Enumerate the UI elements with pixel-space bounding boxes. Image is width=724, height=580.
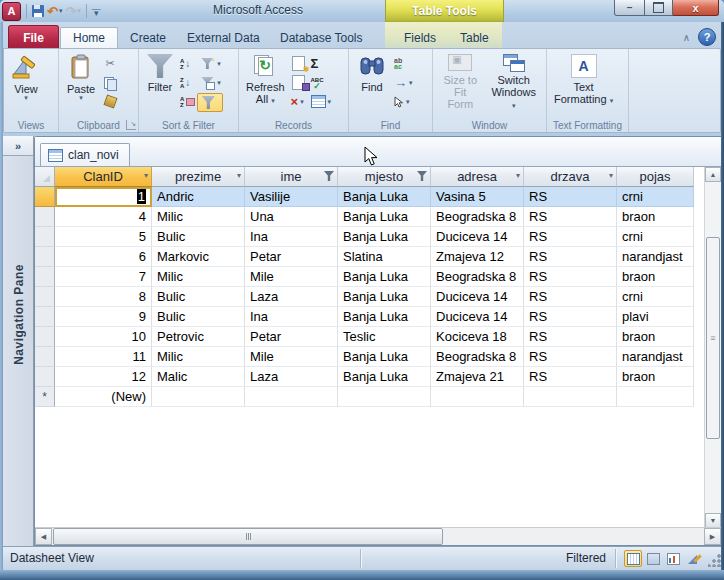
tab-fields[interactable]: Fields <box>392 27 448 48</box>
cell-drzava[interactable]: RS <box>524 347 617 367</box>
save-button[interactable] <box>32 3 44 19</box>
cell-drzava[interactable]: RS <box>524 187 617 207</box>
row-selector[interactable] <box>35 367 55 387</box>
cell-pojas[interactable]: crni <box>617 187 694 207</box>
refresh-all-button[interactable]: ↻ RefreshAll ▾ <box>242 51 289 113</box>
resize-grip[interactable] <box>708 554 721 567</box>
cell-ime[interactable]: Ina <box>245 307 338 327</box>
cell-mjesto[interactable]: Banja Luka <box>338 367 431 387</box>
tab-database-tools[interactable]: Database Tools <box>268 27 375 48</box>
cell-adresa[interactable]: Duciceva 14 <box>431 287 524 307</box>
cell-ime[interactable]: Laza <box>245 367 338 387</box>
pivottable-view-button[interactable] <box>644 550 662 567</box>
new-record-cell-ClanID[interactable]: (New) <box>55 387 152 407</box>
cell-adresa[interactable]: Zmajeva 21 <box>431 367 524 387</box>
new-record-button[interactable]: ✱ <box>289 55 309 72</box>
cell-ime[interactable]: Petar <box>245 327 338 347</box>
tab-external-data[interactable]: External Data <box>175 27 272 48</box>
cell-adresa[interactable]: Zmajeva 12 <box>431 247 524 267</box>
cell-drzava[interactable]: RS <box>524 307 617 327</box>
selection-filter-button[interactable]: ▾ <box>197 55 223 72</box>
cell-ime[interactable]: Vasilije <box>245 187 338 207</box>
cell-mjesto[interactable]: Teslic <box>338 327 431 347</box>
cell-adresa[interactable]: Kociceva 18 <box>431 327 524 347</box>
toggle-filter-button[interactable] <box>197 93 223 112</box>
text-formatting-button[interactable]: A TextFormatting ▾ <box>550 51 617 113</box>
totals-button[interactable]: Σ <box>309 55 334 72</box>
new-record-selector[interactable]: * <box>35 387 55 407</box>
cell-pojas[interactable]: braon <box>617 207 694 227</box>
remove-sort-button[interactable]: AZ <box>178 93 197 110</box>
close-button[interactable]: x <box>673 0 719 16</box>
view-button[interactable]: View▾ <box>7 51 45 113</box>
cell-pojas[interactable]: braon <box>617 267 694 287</box>
column-dropdown-icon[interactable]: ▾ <box>609 171 613 180</box>
row-selector[interactable] <box>35 187 55 207</box>
cell-pojas[interactable]: plavi <box>617 307 694 327</box>
cell-prezime[interactable]: Markovic <box>152 247 245 267</box>
cell-pojas[interactable]: narandjast <box>617 347 694 367</box>
row-selector[interactable] <box>35 327 55 347</box>
tab-table[interactable]: Table <box>448 27 501 48</box>
customize-qat-button[interactable]: —▾ <box>92 7 101 15</box>
undo-button[interactable]: ↶▾ <box>47 3 62 19</box>
row-selector[interactable] <box>35 307 55 327</box>
cell-drzava[interactable]: RS <box>524 247 617 267</box>
column-header-ime[interactable]: ime <box>245 167 338 187</box>
new-record-cell-pojas[interactable] <box>617 387 694 407</box>
tab-create[interactable]: Create <box>118 27 178 48</box>
row-selector[interactable] <box>35 227 55 247</box>
sort-ascending-button[interactable]: AZ↓ <box>178 55 197 72</box>
new-record-cell-drzava[interactable] <box>524 387 617 407</box>
cell-prezime[interactable]: Milic <box>152 347 245 367</box>
cell-ClanID[interactable]: 7 <box>55 267 152 287</box>
cell-mjesto[interactable]: Banja Luka <box>338 227 431 247</box>
cell-mjesto[interactable]: Banja Luka <box>338 207 431 227</box>
cell-prezime[interactable]: Bulic <box>152 287 245 307</box>
help-button[interactable]: ? <box>698 28 716 46</box>
cell-pojas[interactable]: narandjast <box>617 247 694 267</box>
cell-pojas[interactable]: crni <box>617 287 694 307</box>
cell-mjesto[interactable]: Banja Luka <box>338 287 431 307</box>
cell-ClanID[interactable]: 11 <box>55 347 152 367</box>
cell-drzava[interactable]: RS <box>524 327 617 347</box>
select-all-corner[interactable] <box>35 167 55 187</box>
cell-drzava[interactable]: RS <box>524 287 617 307</box>
filter-status-label[interactable]: Filtered <box>566 551 606 565</box>
cell-ClanID[interactable]: 9 <box>55 307 152 327</box>
cell-adresa[interactable]: Duciceva 14 <box>431 227 524 247</box>
format-painter-button[interactable] <box>100 93 120 110</box>
datasheet-view-button[interactable] <box>624 550 642 567</box>
cell-prezime[interactable]: Petrovic <box>152 327 245 347</box>
cell-ClanID[interactable]: 4 <box>55 207 152 227</box>
scroll-down-button[interactable]: ▼ <box>705 513 721 528</box>
access-app-icon[interactable]: A <box>2 2 21 21</box>
cell-drzava[interactable]: RS <box>524 367 617 387</box>
cell-ime[interactable]: Mile <box>245 347 338 367</box>
minimize-ribbon-button[interactable]: ∧ <box>683 32 690 43</box>
cell-ClanID[interactable]: 1 <box>55 187 152 207</box>
column-header-prezime[interactable]: prezime▾ <box>152 167 245 187</box>
column-header-drzava[interactable]: drzava▾ <box>524 167 617 187</box>
column-header-mjesto[interactable]: mjesto <box>338 167 431 187</box>
cut-button[interactable]: ✂ <box>100 55 120 72</box>
design-view-button[interactable] <box>684 550 702 567</box>
filter-button[interactable]: Filter <box>142 51 178 113</box>
cell-mjesto[interactable]: Banja Luka <box>338 307 431 327</box>
scroll-left-button[interactable]: ◀ <box>35 528 52 545</box>
document-tab-clan-novi[interactable]: clan_novi <box>40 143 130 166</box>
column-header-adresa[interactable]: adresa▾ <box>431 167 524 187</box>
minimize-button[interactable]: – <box>614 0 645 16</box>
vertical-scrollbar[interactable]: ▲ ▼ <box>704 167 721 528</box>
new-record-cell-ime[interactable] <box>245 387 338 407</box>
cell-ClanID[interactable]: 10 <box>55 327 152 347</box>
cell-pojas[interactable]: crni <box>617 227 694 247</box>
cell-ime[interactable]: Ina <box>245 227 338 247</box>
column-header-pojas[interactable]: pojas <box>617 167 694 187</box>
paste-button[interactable]: Paste▾ <box>62 51 100 113</box>
copy-button[interactable] <box>100 74 120 91</box>
cell-adresa[interactable]: Beogradska 8 <box>431 207 524 227</box>
cell-ime[interactable]: Mile <box>245 267 338 287</box>
scroll-up-button[interactable]: ▲ <box>705 167 721 182</box>
row-selector[interactable] <box>35 347 55 367</box>
